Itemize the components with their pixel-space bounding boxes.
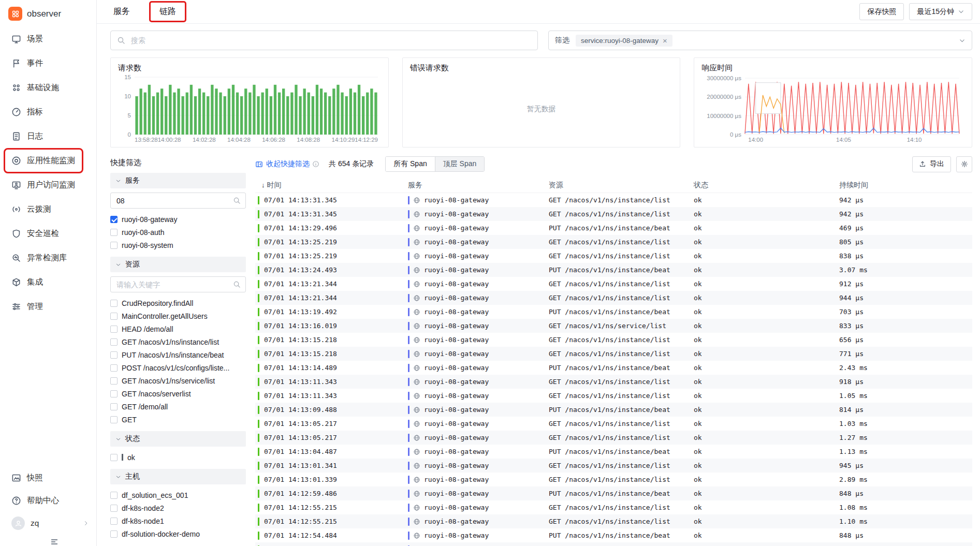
checkbox[interactable]	[110, 229, 118, 236]
save-snapshot-button[interactable]: 保存快照	[859, 3, 904, 20]
filter-option-service[interactable]: ruoyi-08-system	[110, 239, 246, 252]
sidebar-item-metrics[interactable]: 指标	[0, 100, 96, 124]
column-header-time[interactable]: ↓时间	[255, 181, 404, 190]
filter-option-host[interactable]: df-solution-docker-demo	[110, 527, 246, 540]
sidebar-item-events[interactable]: 事件	[0, 51, 96, 76]
filter-option-resource[interactable]: GET /nacos/v1/ns/instance/list	[110, 335, 246, 348]
sidebar-item-infrastructure[interactable]: 基础设施	[0, 76, 96, 100]
filter-group-service[interactable]: 服务	[110, 173, 246, 188]
sidebar-item-synthetic[interactable]: 云拨测	[0, 197, 96, 222]
checkbox[interactable]	[110, 492, 118, 499]
filter-option-resource[interactable]: MainController.getAllUsers	[110, 309, 246, 322]
table-row[interactable]: 07/01 14:12:54.484ruoyi-08-gatewayPUT /n…	[255, 528, 972, 542]
column-header-service[interactable]: 服务	[404, 181, 545, 190]
tab-top-spans[interactable]: 顶层 Span	[435, 157, 485, 171]
table-row[interactable]: 07/01 14:13:11.343ruoyi-08-gatewayGET /n…	[255, 389, 972, 403]
checkbox[interactable]	[110, 377, 118, 385]
checkbox[interactable]	[110, 530, 118, 538]
filter-option-resource[interactable]: PUT /nacos/v1/ns/instance/beat	[110, 348, 246, 361]
filter-dropdown[interactable]: 筛选 service:ruoyi-08-gateway ×	[548, 31, 972, 50]
filter-option-service[interactable]: ruoyi-08-gateway	[110, 213, 246, 226]
checkbox[interactable]	[110, 403, 118, 410]
table-row[interactable]: 07/01 14:13:11.343ruoyi-08-gatewayGET /n…	[255, 375, 972, 389]
sidebar-item-logs[interactable]: 日志	[0, 124, 96, 149]
table-row[interactable]: 07/01 14:13:01.339ruoyi-08-gatewayGET /n…	[255, 473, 972, 486]
checkbox[interactable]	[110, 518, 118, 525]
time-range-select[interactable]: 最近15分钟	[909, 3, 972, 20]
filter-option-resource[interactable]: HEAD /demo/all	[110, 322, 246, 335]
sidebar-item-apm[interactable]: 应用性能监测	[4, 149, 83, 173]
sidebar-item-scenes[interactable]: 场景	[0, 27, 96, 51]
checkbox[interactable]	[110, 505, 118, 512]
sidebar-item-management[interactable]: 管理	[0, 294, 96, 319]
table-row[interactable]: 07/01 14:13:31.345ruoyi-08-gatewayGET /n…	[255, 193, 972, 207]
filter-option-resource[interactable]: POST /nacos/v1/cs/configs/liste...	[110, 361, 246, 374]
filter-option-host[interactable]: df-k8s-node1	[110, 514, 246, 527]
sidebar-item-integration[interactable]: 集成	[0, 270, 96, 294]
filter-group-resource[interactable]: 资源	[110, 257, 246, 272]
checkbox[interactable]	[110, 390, 118, 397]
sidebar-item-snapshot[interactable]: 快照	[0, 466, 96, 489]
info-icon[interactable]	[312, 160, 319, 168]
filter-option-host[interactable]: df_solution_ecs_001	[110, 489, 246, 501]
filter-option-service[interactable]: ruoyi-08-auth	[110, 226, 246, 239]
table-row[interactable]: 07/01 14:13:31.345ruoyi-08-gatewayGET /n…	[255, 207, 972, 221]
sidebar-item-security[interactable]: 安全巡检	[0, 222, 96, 246]
filter-search-service-input[interactable]	[115, 196, 233, 205]
filter-group-host[interactable]: 主机	[110, 469, 246, 484]
checkbox[interactable]	[110, 313, 118, 320]
table-row[interactable]: 07/01 14:13:16.019ruoyi-08-gatewayGET /n…	[255, 319, 972, 333]
table-settings-button[interactable]	[956, 156, 972, 172]
table-row[interactable]: 07/01 14:13:01.341ruoyi-08-gatewayGET /n…	[255, 459, 972, 473]
filter-option-resource[interactable]: GET /nacos/serverlist	[110, 387, 246, 400]
table-row[interactable]: 07/01 14:13:24.493ruoyi-08-gatewayPUT /n…	[255, 263, 972, 277]
tab-traces[interactable]: 链路	[151, 3, 185, 21]
sidebar-item-user[interactable]: zq	[0, 512, 96, 535]
table-row[interactable]: 07/01 14:12:52.220ruoyi-08-gatewayGET /n…	[255, 542, 972, 546]
table-row[interactable]: 07/01 14:13:14.489ruoyi-08-gatewayPUT /n…	[255, 361, 972, 375]
table-row[interactable]: 07/01 14:13:15.218ruoyi-08-gatewayGET /n…	[255, 333, 972, 347]
table-row[interactable]: 07/01 14:12:55.215ruoyi-08-gatewayGET /n…	[255, 514, 972, 528]
table-row[interactable]: 07/01 14:13:04.487ruoyi-08-gatewayPUT /n…	[255, 445, 972, 459]
collapse-quick-filters-button[interactable]: 收起快捷筛选	[255, 159, 310, 169]
table-row[interactable]: 07/01 14:13:15.218ruoyi-08-gatewayGET /n…	[255, 347, 972, 361]
filter-option-resource[interactable]: GET /demo/all	[110, 400, 246, 413]
filter-group-status[interactable]: 状态	[110, 431, 246, 447]
sidebar-collapse-button[interactable]	[0, 535, 96, 546]
filter-option-resource[interactable]: CrudRepository.findAll	[110, 297, 246, 309]
table-row[interactable]: 07/01 14:13:05.217ruoyi-08-gatewayGET /n…	[255, 431, 972, 445]
table-row[interactable]: 07/01 14:13:21.344ruoyi-08-gatewayGET /n…	[255, 277, 972, 291]
table-row[interactable]: 07/01 14:13:21.344ruoyi-08-gatewayGET /n…	[255, 291, 972, 305]
filter-option-host[interactable]: df-k8s-node2	[110, 501, 246, 514]
filter-search-resource-input[interactable]	[115, 280, 233, 289]
checkbox[interactable]	[110, 338, 118, 346]
table-row[interactable]: 07/01 14:12:55.215ruoyi-08-gatewayGET /n…	[255, 500, 972, 514]
filter-option-resource[interactable]: GET /nacos/v1/ns/service/list	[110, 374, 246, 387]
sidebar-item-anomaly[interactable]: 异常检测库	[0, 246, 96, 270]
checkbox[interactable]	[110, 326, 118, 333]
checkbox[interactable]	[110, 454, 118, 461]
filter-option-resource[interactable]: GET	[110, 413, 246, 426]
checkbox[interactable]	[110, 300, 118, 307]
search-input[interactable]	[130, 36, 531, 45]
column-header-resource[interactable]: 资源	[545, 181, 690, 190]
table-row[interactable]: 07/01 14:13:05.217ruoyi-08-gatewayGET /n…	[255, 417, 972, 431]
sidebar-item-rum[interactable]: 用户访问监测	[0, 173, 96, 197]
table-row[interactable]: 07/01 14:13:09.488ruoyi-08-gatewayPUT /n…	[255, 403, 972, 417]
checkbox[interactable]	[110, 416, 118, 423]
table-row[interactable]: 07/01 14:13:25.219ruoyi-08-gatewayGET /n…	[255, 235, 972, 249]
remove-filter-icon[interactable]: ×	[663, 37, 667, 45]
table-row[interactable]: 07/01 14:12:59.486ruoyi-08-gatewayPUT /n…	[255, 486, 972, 500]
checkbox[interactable]	[110, 364, 118, 372]
column-header-duration[interactable]: 持续时间	[835, 181, 972, 190]
sidebar-item-help[interactable]: 帮助中心	[0, 489, 96, 512]
brand[interactable]: observer	[0, 0, 96, 27]
table-row[interactable]: 07/01 14:13:25.219ruoyi-08-gatewayGET /n…	[255, 249, 972, 263]
tab-services[interactable]: 服务	[112, 4, 131, 19]
table-row[interactable]: 07/01 14:13:19.492ruoyi-08-gatewayPUT /n…	[255, 305, 972, 319]
tab-all-spans[interactable]: 所有 Span	[386, 157, 435, 171]
table-row[interactable]: 07/01 14:13:29.496ruoyi-08-gatewayPUT /n…	[255, 221, 972, 235]
column-header-status[interactable]: 状态	[690, 181, 835, 190]
filter-option-status[interactable]: ok	[110, 451, 246, 464]
checkbox[interactable]	[110, 351, 118, 359]
